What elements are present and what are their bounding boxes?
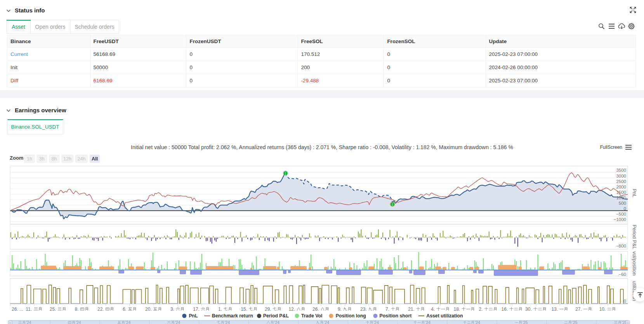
svg-text:500: 500 [619, 201, 626, 206]
svg-text:'24: '24 [76, 320, 81, 324]
svg-text:Period P&L: Period P&L [263, 313, 289, 319]
svg-text:vol/position: vol/position [632, 251, 637, 276]
svg-text:Trade Vol: Trade Vol [301, 313, 322, 319]
svg-text:7.: 7. [385, 307, 389, 312]
svg-text:2500: 2500 [616, 179, 626, 184]
svg-text:1500: 1500 [616, 190, 626, 195]
svg-text:3500: 3500 [616, 168, 626, 172]
svg-text:0: 0 [624, 299, 626, 303]
svg-text:'24: '24 [475, 320, 480, 324]
svg-text:4.: 4. [431, 307, 435, 312]
svg-text:Position short: Position short [380, 313, 412, 319]
svg-text:'25: '25 [572, 320, 578, 324]
svg-text:PnL: PnL [632, 189, 637, 197]
svg-text:Asset utilization: Asset utilization [426, 313, 463, 319]
svg-text:'24: '24 [324, 320, 329, 324]
svg-text:3000: 3000 [616, 174, 626, 178]
svg-text:17.: 17. [193, 307, 200, 312]
svg-text:6.: 6. [123, 307, 127, 312]
svg-text:30.: 30. [525, 307, 532, 312]
svg-text:20.: 20. [145, 307, 152, 312]
svg-text:8.: 8. [75, 307, 79, 312]
svg-text:12.: 12. [288, 307, 295, 312]
svg-text:27.: 27. [575, 307, 582, 312]
svg-text:10.: 10. [599, 307, 606, 312]
svg-text:Position long: Position long [336, 313, 366, 319]
svg-text:'24: '24 [274, 320, 280, 324]
svg-text:22.: 22. [97, 307, 104, 312]
svg-text:1.: 1. [218, 307, 222, 312]
svg-text:21.: 21. [408, 307, 415, 312]
svg-text:−800: −800 [616, 244, 626, 248]
svg-text:0: 0 [624, 206, 626, 211]
svg-text:PnL: PnL [189, 313, 198, 319]
svg-text:13.: 13. [552, 307, 558, 312]
svg-text:16.: 16. [502, 307, 508, 312]
svg-text:26.: 26. [312, 307, 319, 312]
svg-text:Period P&L: Period P&L [632, 225, 637, 249]
svg-text:15.: 15. [241, 307, 247, 312]
svg-text:'24: '24 [125, 320, 131, 324]
svg-text:−60: −60 [618, 272, 626, 277]
svg-text:1000: 1000 [616, 195, 626, 200]
svg-text:Benchmark return: Benchmark return [212, 313, 253, 319]
svg-text:29.: 29. [265, 307, 271, 312]
svg-text:2.: 2. [479, 307, 483, 312]
svg-text:'24: '24 [175, 320, 181, 324]
svg-text:18.: 18. [454, 307, 460, 312]
svg-text:'25: '25 [522, 320, 528, 324]
svg-text:'24: '24 [373, 320, 379, 324]
svg-text:2000: 2000 [616, 185, 626, 189]
svg-text:−1000: −1000 [614, 217, 626, 222]
svg-text:25.: 25. [50, 307, 56, 312]
svg-text:9.: 9. [338, 307, 342, 312]
svg-text:'24: '24 [26, 320, 31, 324]
svg-text:−500: −500 [616, 212, 626, 216]
svg-text:'24: '24 [225, 320, 230, 324]
svg-text:26. ...: 26. ... [12, 307, 23, 312]
svg-text:11.: 11. [26, 307, 32, 312]
svg-text:'24: '24 [425, 320, 430, 324]
svg-text:3.: 3. [170, 307, 174, 312]
svg-text:23.: 23. [360, 307, 367, 312]
